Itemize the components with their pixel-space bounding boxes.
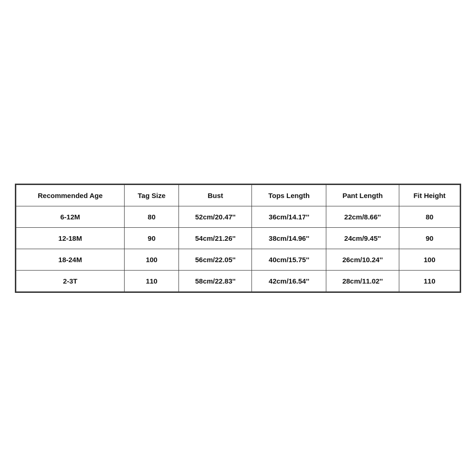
cell-tops-length: 36cm/14.17''	[252, 206, 326, 227]
cell-pant-length: 26cm/10.24''	[326, 249, 399, 270]
cell-pant-length: 28cm/11.02''	[326, 270, 399, 291]
table-row: 6-12M8052cm/20.47''36cm/14.17''22cm/8.66…	[16, 206, 460, 227]
cell-bust: 58cm/22.83''	[179, 270, 252, 291]
size-chart-table: Recommended Age Tag Size Bust Tops Lengt…	[16, 185, 460, 292]
cell-fit-height: 90	[399, 227, 460, 249]
cell-tag-size: 100	[125, 249, 179, 270]
cell-age: 6-12M	[16, 206, 125, 227]
cell-age: 2-3T	[16, 270, 125, 291]
cell-pant-length: 22cm/8.66''	[326, 206, 399, 227]
header-recommended-age: Recommended Age	[16, 185, 125, 206]
table-body: 6-12M8052cm/20.47''36cm/14.17''22cm/8.66…	[16, 206, 460, 291]
header-bust: Bust	[179, 185, 252, 206]
table-row: 18-24M10056cm/22.05''40cm/15.75''26cm/10…	[16, 249, 460, 270]
cell-fit-height: 100	[399, 249, 460, 270]
table-row: 2-3T11058cm/22.83''42cm/16.54''28cm/11.0…	[16, 270, 460, 291]
cell-tag-size: 80	[125, 206, 179, 227]
header-tag-size: Tag Size	[125, 185, 179, 206]
cell-tag-size: 90	[125, 227, 179, 249]
header-fit-height: Fit Height	[399, 185, 460, 206]
table-header-row: Recommended Age Tag Size Bust Tops Lengt…	[16, 185, 460, 206]
cell-age: 12-18M	[16, 227, 125, 249]
header-tops-length: Tops Length	[252, 185, 326, 206]
cell-bust: 56cm/22.05''	[179, 249, 252, 270]
cell-age: 18-24M	[16, 249, 125, 270]
size-chart-container: Recommended Age Tag Size Bust Tops Lengt…	[15, 184, 461, 293]
header-pant-length: Pant Length	[326, 185, 399, 206]
cell-fit-height: 80	[399, 206, 460, 227]
cell-bust: 54cm/21.26''	[179, 227, 252, 249]
cell-tops-length: 40cm/15.75''	[252, 249, 326, 270]
cell-bust: 52cm/20.47''	[179, 206, 252, 227]
cell-tag-size: 110	[125, 270, 179, 291]
table-row: 12-18M9054cm/21.26''38cm/14.96''24cm/9.4…	[16, 227, 460, 249]
cell-pant-length: 24cm/9.45''	[326, 227, 399, 249]
cell-fit-height: 110	[399, 270, 460, 291]
cell-tops-length: 38cm/14.96''	[252, 227, 326, 249]
cell-tops-length: 42cm/16.54''	[252, 270, 326, 291]
